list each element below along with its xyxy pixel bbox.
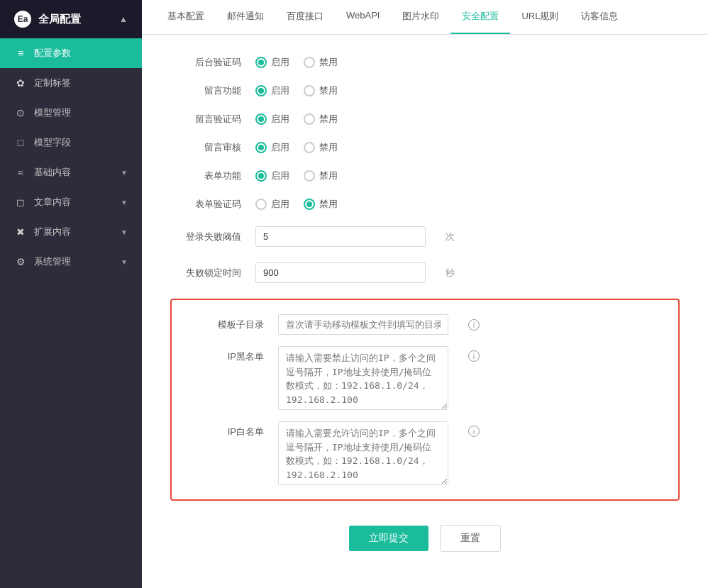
login-threshold-unit: 次 — [446, 231, 455, 243]
radio-outer — [304, 85, 315, 96]
radio-inner — [258, 88, 264, 94]
form-verify-control: 启用 禁用 — [255, 198, 338, 211]
form-func-label: 表单功能 — [170, 170, 241, 182]
radio-label: 禁用 — [319, 170, 338, 182]
sidebar-item-model-manage[interactable]: ⊙ 模型管理 — [0, 98, 142, 128]
form-func-enable[interactable]: 启用 — [255, 170, 289, 182]
tab-basic[interactable]: 基本配置 — [156, 0, 216, 34]
chevron-down-icon: ▼ — [121, 169, 128, 177]
form-verify-row: 表单验证码 启用 禁用 — [170, 198, 680, 211]
radio-outer — [255, 199, 267, 210]
backend-verify-enable[interactable]: 启用 — [255, 56, 289, 69]
comment-audit-enable[interactable]: 启用 — [255, 141, 289, 154]
comment-verify-row: 留言验证码 启用 禁用 — [170, 113, 680, 126]
form-func-control: 启用 禁用 — [255, 170, 338, 182]
sidebar-item-label: 扩展内容 — [34, 226, 114, 238]
form-verify-enable[interactable]: 启用 — [255, 198, 289, 211]
form-verify-disable[interactable]: 禁用 — [304, 198, 338, 211]
sidebar-item-config-params[interactable]: ≡ 配置参数 — [0, 38, 142, 68]
sidebar-item-extend-content[interactable]: ✖ 扩展内容 ▼ — [0, 217, 142, 247]
template-dir-input[interactable] — [278, 314, 448, 335]
template-dir-label: 模板子目录 — [193, 318, 264, 331]
comment-audit-control: 启用 禁用 — [255, 141, 338, 154]
comment-verify-disable[interactable]: 禁用 — [304, 113, 338, 126]
system-manage-icon: ⚙ — [14, 255, 27, 268]
sidebar-item-custom-tags[interactable]: ✿ 定制标签 — [0, 68, 142, 98]
info-icon[interactable]: i — [468, 426, 480, 437]
lock-time-input[interactable] — [255, 262, 426, 283]
main-area: 基本配置 邮件通知 百度接口 WebAPI 图片水印 安全配置 URL规则 访客… — [142, 0, 708, 588]
comment-verify-control: 启用 禁用 — [255, 113, 338, 126]
comment-audit-disable[interactable]: 禁用 — [304, 141, 338, 154]
radio-inner — [258, 60, 264, 65]
tab-baidu[interactable]: 百度接口 — [275, 0, 335, 34]
extend-content-icon: ✖ — [14, 226, 27, 238]
sidebar-item-basic-content[interactable]: ≈ 基础内容 ▼ — [0, 157, 142, 187]
tab-visitor[interactable]: 访客信息 — [570, 0, 629, 34]
radio-inner — [258, 116, 264, 122]
sidebar-item-model-fields[interactable]: □ 模型字段 — [0, 128, 142, 157]
sidebar-item-label: 基础内容 — [34, 166, 114, 179]
login-threshold-input[interactable] — [255, 226, 426, 247]
radio-label: 禁用 — [319, 141, 338, 154]
model-manage-icon: ⊙ — [14, 106, 27, 119]
sidebar-item-system-manage[interactable]: ⚙ 系统管理 ▼ — [0, 247, 142, 277]
radio-label: 启用 — [271, 113, 289, 126]
model-fields-icon: □ — [14, 136, 27, 149]
radio-label: 启用 — [271, 141, 289, 154]
submit-button[interactable]: 立即提交 — [349, 526, 428, 551]
lock-time-control: 秒 — [255, 262, 455, 283]
comment-audit-row: 留言审核 启用 禁用 — [170, 141, 680, 154]
reset-button[interactable]: 重置 — [440, 525, 501, 552]
comment-verify-enable[interactable]: 启用 — [255, 113, 289, 126]
sidebar-item-article-content[interactable]: ◻ 文章内容 ▼ — [0, 187, 142, 217]
ip-blacklist-control: i — [278, 346, 480, 410]
ip-whitelist-input[interactable] — [278, 421, 448, 485]
comment-audit-label: 留言审核 — [170, 141, 241, 154]
radio-outer — [255, 113, 267, 125]
tab-urlrule[interactable]: URL规则 — [510, 0, 570, 34]
chevron-down-icon: ▼ — [121, 228, 128, 236]
comment-func-row: 留言功能 启用 禁用 — [170, 84, 680, 97]
radio-outer — [255, 142, 267, 153]
lock-time-label: 失败锁定时间 — [170, 267, 241, 279]
chevron-down-icon: ▼ — [121, 199, 128, 206]
sidebar-item-label: 系统管理 — [34, 255, 114, 268]
backend-verify-disable[interactable]: 禁用 — [304, 56, 338, 69]
tab-webapi[interactable]: WebAPI — [335, 0, 391, 34]
ip-whitelist-control: i — [278, 421, 480, 485]
ip-whitelist-row: IP白名单 i — [193, 421, 657, 485]
article-content-icon: ◻ — [14, 196, 27, 209]
ip-blacklist-input[interactable] — [278, 346, 448, 410]
tab-email[interactable]: 邮件通知 — [216, 0, 275, 34]
backend-verify-control: 启用 禁用 — [255, 56, 338, 69]
info-icon[interactable]: i — [468, 319, 480, 331]
template-dir-control: i — [278, 314, 480, 335]
form-func-disable[interactable]: 禁用 — [304, 170, 338, 182]
sidebar-logo: Ea 全局配置 ▲ — [0, 0, 142, 38]
content-area: 后台验证码 启用 禁用 留言功能 启用 — [142, 35, 708, 588]
tab-watermark[interactable]: 图片水印 — [391, 0, 450, 34]
comment-func-label: 留言功能 — [170, 84, 241, 97]
comment-func-disable[interactable]: 禁用 — [304, 84, 338, 97]
form-verify-label: 表单验证码 — [170, 198, 241, 211]
radio-label: 禁用 — [319, 84, 338, 97]
radio-outer — [255, 57, 267, 68]
login-threshold-label: 登录失败阈值 — [170, 231, 241, 243]
radio-label: 禁用 — [319, 198, 338, 211]
tab-security[interactable]: 安全配置 — [450, 0, 510, 34]
comment-verify-label: 留言验证码 — [170, 113, 241, 126]
radio-label: 启用 — [271, 56, 289, 69]
button-row: 立即提交 重置 — [170, 518, 680, 552]
lock-time-row: 失败锁定时间 秒 — [170, 262, 680, 283]
info-icon[interactable]: i — [468, 350, 480, 362]
lock-time-unit: 秒 — [446, 267, 455, 279]
sidebar: Ea 全局配置 ▲ ≡ 配置参数 ✿ 定制标签 ⊙ 模型管理 □ 模型字段 ≈ … — [0, 0, 142, 588]
comment-func-enable[interactable]: 启用 — [255, 84, 289, 97]
tab-bar: 基本配置 邮件通知 百度接口 WebAPI 图片水印 安全配置 URL规则 访客… — [142, 0, 708, 35]
radio-outer — [255, 85, 267, 96]
ip-blacklist-label: IP黑名单 — [193, 350, 264, 363]
sidebar-item-label: 配置参数 — [34, 47, 128, 60]
radio-outer — [304, 113, 315, 125]
radio-label: 禁用 — [319, 113, 338, 126]
